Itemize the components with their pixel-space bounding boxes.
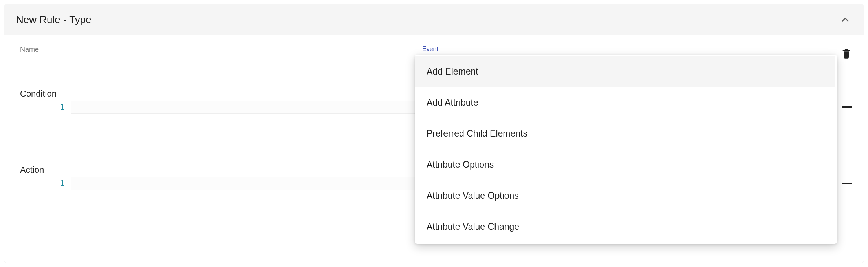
rule-card: New Rule - Type Name Event Condition	[4, 4, 864, 263]
name-field: Name	[20, 43, 410, 71]
name-input[interactable]	[20, 55, 410, 71]
trash-icon[interactable]	[841, 48, 852, 59]
minus-icon	[842, 106, 852, 108]
event-option[interactable]: Preferred Child Elements	[415, 118, 835, 149]
action-line-number: 1	[20, 177, 71, 190]
event-dropdown: Add ElementAdd AttributePreferred Child …	[415, 55, 837, 244]
event-option[interactable]: Attribute Value Change	[415, 211, 835, 242]
event-option[interactable]: Add Element	[415, 56, 835, 87]
condition-line-number: 1	[20, 101, 71, 114]
event-option[interactable]: Attribute Options	[415, 149, 835, 180]
event-label: Event	[422, 46, 813, 53]
collapse-icon[interactable]	[839, 13, 852, 26]
event-option[interactable]: Attribute Value Options	[415, 180, 835, 211]
event-option[interactable]: Add Attribute	[415, 87, 835, 118]
card-title: New Rule - Type	[16, 14, 92, 26]
name-label: Name	[20, 46, 410, 54]
minus-icon	[842, 183, 852, 184]
card-header: New Rule - Type	[4, 4, 864, 35]
event-dropdown-list[interactable]: Add ElementAdd AttributePreferred Child …	[415, 55, 835, 244]
